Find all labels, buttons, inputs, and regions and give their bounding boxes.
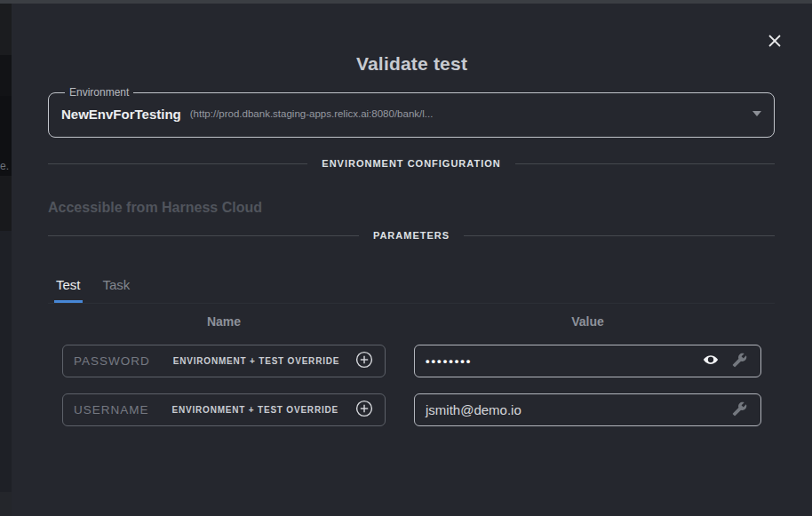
environment-select[interactable]: Environment NewEnvForTesting (http://pro… [48, 86, 775, 138]
param-value-masked: •••••••• [426, 354, 472, 368]
environment-name: NewEnvForTesting [61, 107, 181, 122]
background-segment [0, 4, 12, 55]
divider-line [464, 235, 775, 236]
section-divider-environment-configuration: ENVIRONMENT CONFIGURATION [48, 158, 775, 169]
background-segment [0, 176, 12, 231]
dialog-title: Validate test [12, 53, 812, 75]
table-row: USERNAME ENVIRONMENT + TEST OVERRIDE jsm… [12, 393, 812, 427]
environment-url: (http://prod.dbank.staging-apps.relicx.a… [190, 108, 434, 119]
param-name-field-password: PASSWORD ENVIRONMENT + TEST OVERRIDE [62, 345, 386, 377]
close-button[interactable] [763, 30, 786, 53]
plus-circle-icon [355, 351, 373, 371]
close-icon [768, 34, 782, 51]
tab-test[interactable]: Test [54, 266, 83, 303]
section-label: ENVIRONMENT CONFIGURATION [307, 158, 514, 169]
override-badge: ENVIRONMENT + TEST OVERRIDE [173, 356, 339, 366]
eye-icon [703, 352, 719, 370]
access-note: Accessible from Harness Cloud [48, 200, 262, 216]
param-value-input-password[interactable]: •••••••• [414, 345, 761, 377]
validate-test-dialog: Validate test Environment NewEnvForTesti… [12, 4, 812, 516]
param-value-input-username[interactable]: jsmith@demo.io [414, 393, 761, 426]
edit-value-button[interactable] [728, 351, 750, 372]
column-header-value: Value [414, 314, 761, 329]
show-password-button[interactable] [700, 351, 721, 372]
background-segment [0, 231, 12, 492]
divider-line [48, 235, 359, 236]
add-override-button[interactable] [354, 352, 374, 371]
param-name-label: USERNAME [74, 403, 149, 417]
background-clipped-text: e. [0, 160, 12, 172]
param-value-text: jsmith@demo.io [426, 402, 521, 417]
divider-line [48, 163, 307, 164]
section-divider-parameters: PARAMETERS [48, 230, 775, 241]
table-row: PASSWORD ENVIRONMENT + TEST OVERRIDE •••… [12, 345, 812, 378]
add-override-button[interactable] [354, 401, 374, 420]
background-page-edge: e. [0, 4, 12, 516]
environment-select-label: Environment [65, 86, 133, 99]
edit-value-button[interactable] [728, 400, 750, 421]
background-segment [0, 492, 12, 516]
wrench-icon [732, 353, 747, 370]
tab-task[interactable]: Task [101, 266, 132, 303]
screen: e. Validate test Environment NewEnvForTe… [0, 0, 812, 516]
background-segment [0, 55, 12, 96]
column-header-name: Name [62, 314, 386, 329]
param-name-field-username: USERNAME ENVIRONMENT + TEST OVERRIDE [62, 393, 386, 426]
parameter-tabs: Test Task [48, 266, 775, 304]
param-name-label: PASSWORD [74, 354, 150, 368]
divider-line [515, 163, 775, 164]
section-label: PARAMETERS [359, 230, 464, 241]
column-headers: Name Value [12, 314, 812, 332]
plus-circle-icon [355, 400, 373, 420]
override-badge: ENVIRONMENT + TEST OVERRIDE [172, 405, 338, 415]
chevron-down-icon [752, 111, 761, 116]
wrench-icon [732, 401, 747, 419]
